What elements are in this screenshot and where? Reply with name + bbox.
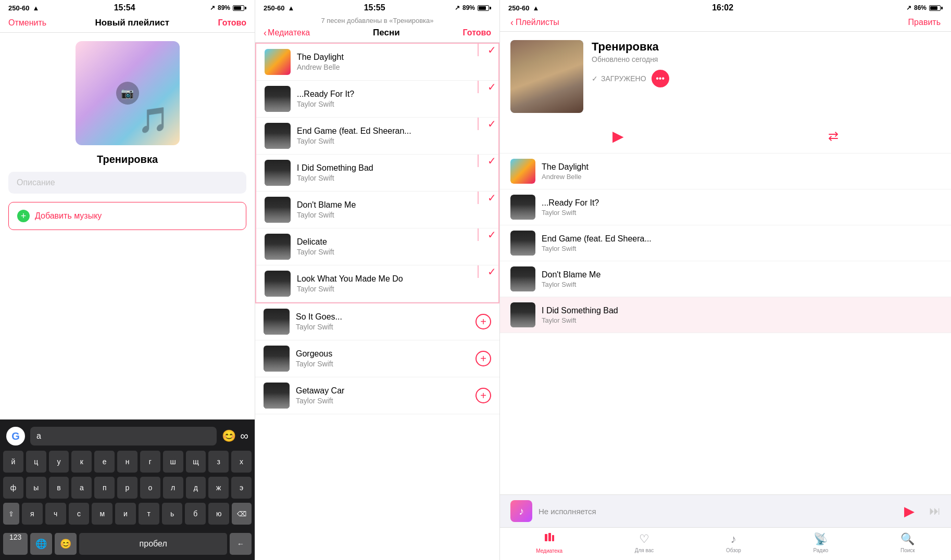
status-bar-1: 250-60 ▲ 15:54 ↗ 89%	[0, 0, 255, 15]
add-music-label: Добавить музыку	[35, 211, 102, 221]
song-row-10[interactable]: Getaway Car Taylor Swift +	[255, 377, 499, 414]
playlists-label: Плейлисты	[516, 18, 559, 27]
song-row-5[interactable]: Don't Blame Me Taylor Swift ✓	[256, 192, 498, 228]
tab-browse[interactable]: ♪ Обзор	[726, 532, 741, 553]
key-s[interactable]: с	[69, 503, 90, 525]
key-t[interactable]: т	[139, 503, 159, 525]
song-row-1[interactable]: The Daylight Andrew Belle ✓	[256, 44, 498, 81]
song-row-9[interactable]: Gorgeous Taylor Swift +	[255, 340, 499, 377]
song-row-6[interactable]: Delicate Taylor Swift ✓	[256, 228, 498, 265]
add-song-8[interactable]: +	[476, 314, 491, 329]
key-4[interactable]: к	[71, 451, 92, 473]
tab-library-label: Медиатека	[536, 548, 562, 554]
key-p[interactable]: п	[94, 477, 115, 499]
edit-button[interactable]: Править	[908, 18, 941, 27]
key-ya[interactable]: я	[22, 503, 43, 525]
key-b[interactable]: б	[185, 503, 206, 525]
song-title-7: Look What You Made Me Do	[297, 274, 478, 284]
more-options-button[interactable]: •••	[652, 70, 669, 87]
kbd-row-1: й ц у к е н г ш щ з х	[3, 451, 252, 473]
done-button-2[interactable]: Готово	[463, 28, 491, 37]
song-row-8[interactable]: So It Goes... Taylor Swift +	[255, 303, 499, 340]
song-title-10: Getaway Car	[296, 386, 476, 396]
mini-forward-button[interactable]: ⏭	[929, 504, 941, 518]
num-key[interactable]: 123	[3, 533, 28, 555]
key-6[interactable]: н	[117, 451, 137, 473]
tab-library[interactable]: Медиатека	[536, 532, 562, 554]
shuffle-button[interactable]: ⇄	[828, 129, 839, 144]
return-key[interactable]: ←	[230, 533, 252, 555]
p3-playlist-title: Тренировка	[592, 40, 941, 54]
key-f[interactable]: ф	[3, 477, 23, 499]
search-icon: 🔍	[900, 532, 915, 546]
key-8[interactable]: ш	[163, 451, 183, 473]
song-row-3[interactable]: End Game (feat. Ed Sheeran... Taylor Swi…	[256, 118, 498, 155]
song-artist-6: Taylor Swift	[297, 248, 478, 256]
p3-title-3: End Game (feat. Ed Sheera...	[542, 234, 941, 244]
globe-key[interactable]: 🌐	[30, 533, 52, 555]
carrier-2: 250-60	[264, 4, 284, 12]
key-y[interactable]: ы	[26, 477, 46, 499]
key-v[interactable]: в	[49, 477, 69, 499]
key-m[interactable]: м	[92, 503, 112, 525]
key-yu[interactable]: ю	[208, 503, 229, 525]
heart-icon: ♡	[639, 532, 649, 546]
p3-song-2[interactable]: ...Ready For It? Taylor Swift	[500, 189, 951, 225]
tab-search[interactable]: 🔍 Поиск	[900, 532, 915, 553]
mini-player-cover: ♪	[510, 500, 532, 522]
song-row-7[interactable]: Look What You Made Me Do Taylor Swift ✓	[256, 265, 498, 302]
tab-radio[interactable]: 📡 Радио	[813, 532, 828, 553]
cancel-button[interactable]: Отменить	[8, 18, 46, 28]
thumb-ts-8	[264, 346, 290, 372]
keyboard-input[interactable]: a	[30, 427, 217, 446]
key-10[interactable]: з	[208, 451, 229, 473]
key-zh[interactable]: ж	[208, 477, 229, 499]
song-row-2[interactable]: ...Ready For It? Taylor Swift ✓	[256, 81, 498, 118]
kbd-row-2: ф ы в а п р о л д ж э	[3, 477, 252, 499]
song-row-4[interactable]: I Did Something Bad Taylor Swift ✓	[256, 155, 498, 192]
shift-key[interactable]: ⇧	[3, 503, 19, 525]
key-e2[interactable]: э	[231, 477, 252, 499]
p3-header: Тренировка Обновлено сегодня ✓ ЗАГРУЖЕНО…	[500, 32, 951, 121]
key-7[interactable]: г	[140, 451, 160, 473]
key-a[interactable]: а	[71, 477, 92, 499]
key-ch[interactable]: ч	[45, 503, 66, 525]
p3-song-1[interactable]: The Daylight Andrew Belle	[500, 154, 951, 189]
key-l[interactable]: л	[163, 477, 183, 499]
album-art-placeholder[interactable]: 📷 🎵	[76, 41, 180, 145]
key-3[interactable]: у	[49, 451, 69, 473]
emoji-key[interactable]: 😊	[55, 533, 77, 555]
p3-song-3[interactable]: End Game (feat. Ed Sheera... Taylor Swif…	[500, 225, 951, 261]
key-soft[interactable]: ь	[162, 503, 183, 525]
tab-for-you[interactable]: ♡ Для вас	[635, 532, 654, 553]
key-i[interactable]: и	[115, 503, 136, 525]
add-music-button[interactable]: + Добавить музыку	[8, 202, 246, 230]
backspace-key[interactable]: ⌫	[232, 503, 252, 525]
p3-thumb-5	[510, 302, 535, 327]
key-1[interactable]: й	[3, 451, 23, 473]
done-button-1[interactable]: Готово	[218, 18, 246, 28]
key-r[interactable]: р	[117, 477, 137, 499]
key-2[interactable]: ц	[26, 451, 46, 473]
note-icon: ♪	[731, 532, 736, 546]
key-d[interactable]: д	[186, 477, 206, 499]
playlist-detail-panel: 250-60 ▲ 16:02 ↗ 86% ‹ Плейлисты Править	[500, 0, 951, 560]
mini-play-button[interactable]: ▶	[904, 503, 915, 519]
wifi-icon-1: ▲	[32, 4, 39, 12]
play-button[interactable]: ▶	[612, 128, 624, 145]
add-song-9[interactable]: +	[476, 351, 491, 366]
back-to-library[interactable]: ‹ Медиатека	[264, 28, 310, 37]
key-9[interactable]: щ	[186, 451, 206, 473]
thumb-ts-2	[265, 123, 291, 149]
space-key[interactable]: пробел	[79, 533, 227, 555]
p3-song-5[interactable]: I Did Something Bad Taylor Swift	[500, 297, 951, 333]
back-to-playlists[interactable]: ‹ Плейлисты	[510, 18, 559, 27]
add-song-10[interactable]: +	[476, 388, 491, 403]
key-5[interactable]: е	[94, 451, 115, 473]
battery-pct-2: 89%	[462, 4, 475, 11]
p3-song-4[interactable]: Don't Blame Me Taylor Swift	[500, 261, 951, 297]
description-field[interactable]: Описание	[8, 172, 246, 194]
key-11[interactable]: х	[231, 451, 252, 473]
key-o[interactable]: о	[140, 477, 160, 499]
library-icon	[544, 532, 555, 546]
